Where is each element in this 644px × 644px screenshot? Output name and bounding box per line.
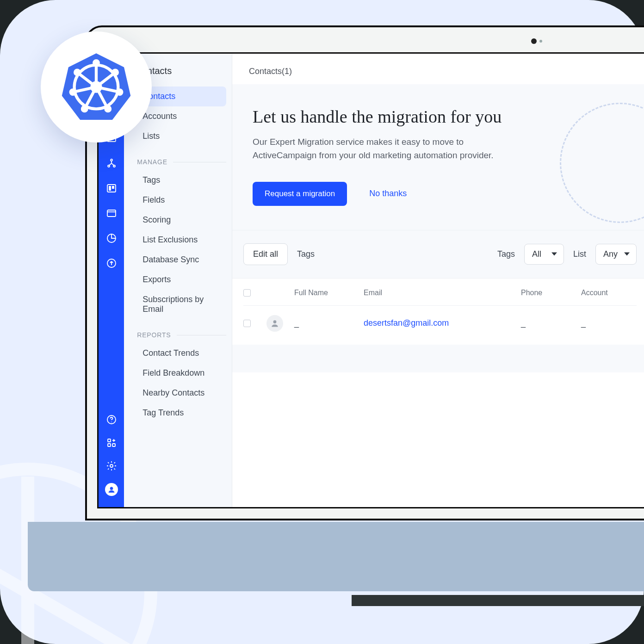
filter-tags-label: Tags [497,249,515,259]
migration-hero: Let us handle the migration for you Our … [232,84,644,230]
svg-rect-13 [108,439,111,442]
cell-phone: _ [521,318,581,328]
svg-point-3 [113,165,115,167]
table-row[interactable]: _ desertsfan@gmail.com _ _ [243,306,637,341]
sidebar-item-contact-trends[interactable]: Contact Trends [135,343,226,363]
contacts-toolbar: Edit all Tags Tags All List Any [232,230,644,279]
table-header: Full Name Email Phone Account [243,279,637,306]
settings-icon[interactable] [105,460,118,472]
svg-point-34 [71,90,75,94]
sidebar: Contacts Contacts Accounts Lists MANAGE … [124,54,232,507]
cell-email[interactable]: desertsfan@gmail.com [364,318,521,328]
hero-title: Let us handle the migration for you [253,106,627,127]
monitor-shadow [352,595,644,606]
automation-icon[interactable] [105,157,118,169]
sidebar-item-lists[interactable]: Lists [135,126,226,146]
svg-point-33 [82,107,87,111]
svg-point-2 [108,165,110,167]
svg-point-12 [111,421,112,422]
monitor-base [28,522,644,591]
help-icon[interactable] [105,414,118,426]
svg-rect-5 [109,186,111,191]
kubernetes-logo-icon [60,50,133,124]
svg-point-29 [94,61,98,65]
col-account[interactable]: Account [581,289,637,297]
filter-tags-select[interactable]: All [524,244,564,265]
svg-point-31 [118,90,122,94]
toolbar-tags-label[interactable]: Tags [297,249,315,259]
kubernetes-badge [41,31,152,142]
svg-point-16 [110,464,113,467]
filter-list-select[interactable]: Any [595,244,637,265]
svg-point-35 [75,70,79,74]
hero-body: Our Expert Migration service makes it ea… [253,135,521,162]
sidebar-item-subscriptions[interactable]: Subscriptions by Email [135,290,226,319]
svg-point-1 [111,159,112,161]
main-content: Contacts(1) Let us handle the migration … [232,54,644,507]
app-screen: Contacts Contacts Accounts Lists MANAGE … [97,52,644,508]
sidebar-item-fields[interactable]: Fields [135,190,226,210]
breadcrumb: Contacts(1) [232,54,644,84]
svg-rect-15 [108,444,111,446]
row-avatar-icon [266,315,283,332]
col-email[interactable]: Email [364,289,521,297]
sidebar-item-label: Accounts [142,111,177,121]
sidebar-group-reports: REPORTS [137,331,226,339]
filter-list-label: List [573,249,586,259]
board-icon[interactable] [105,182,118,194]
sidebar-item-database-sync[interactable]: Database Sync [135,250,226,270]
camera-dot [531,38,537,44]
svg-point-30 [113,70,117,74]
row-checkbox[interactable] [243,320,251,327]
window-icon[interactable] [105,207,118,219]
col-phone[interactable]: Phone [521,289,581,297]
sidebar-item-scoring[interactable]: Scoring [135,210,226,230]
monitor-frame: Contacts Contacts Accounts Lists MANAGE … [85,25,644,520]
no-thanks-link[interactable]: No thanks [369,189,407,198]
cell-account: _ [581,318,637,328]
sidebar-item-exports[interactable]: Exports [135,270,226,290]
sidebar-item-list-exclusions[interactable]: List Exclusions [135,230,226,250]
reports-icon[interactable] [105,232,118,244]
sidebar-item-tag-trends[interactable]: Tag Trends [135,403,226,423]
svg-rect-4 [107,185,116,192]
svg-rect-6 [112,186,114,189]
upload-icon[interactable] [105,257,118,269]
user-avatar-icon[interactable] [105,483,118,496]
request-migration-button[interactable]: Request a migration [253,182,347,206]
sidebar-item-tags[interactable]: Tags [135,170,226,190]
svg-point-18 [273,320,277,323]
cell-full-name: _ [294,318,364,328]
apps-icon[interactable] [105,437,118,449]
sidebar-item-nearby-contacts[interactable]: Nearby Contacts [135,383,226,403]
sidebar-item-field-breakdown[interactable]: Field Breakdown [135,363,226,383]
sidebar-item-accounts[interactable]: Accounts [135,106,226,126]
table-footer-spacer [232,345,644,372]
svg-rect-7 [107,210,116,217]
svg-rect-14 [112,444,115,446]
sidebar-item-label: Lists [142,131,160,141]
edit-all-button[interactable]: Edit all [243,243,288,265]
contacts-table: Full Name Email Phone Account _ desertsf… [232,279,644,372]
svg-point-17 [110,487,113,490]
col-full-name[interactable]: Full Name [294,289,364,297]
select-all-checkbox[interactable] [243,289,251,297]
sidebar-group-manage: MANAGE [137,158,226,166]
svg-point-32 [106,107,110,111]
